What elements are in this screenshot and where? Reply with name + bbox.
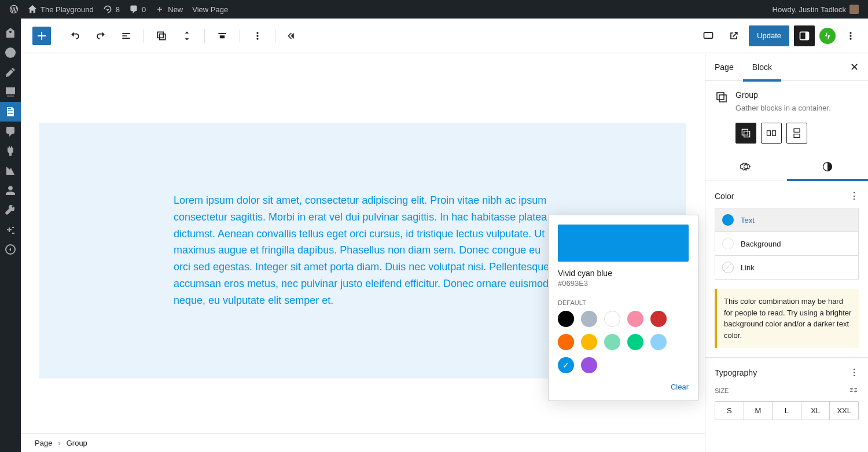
admin-bar: The Playground 8 0 New View Page Howdy, … bbox=[0, 0, 868, 19]
home-icon bbox=[28, 5, 37, 14]
plus-icon bbox=[155, 5, 164, 14]
comments-count: 0 bbox=[142, 5, 146, 14]
howdy-link[interactable]: Howdy, Justin Tadlock bbox=[768, 0, 863, 19]
site-name-link[interactable]: The Playground bbox=[23, 0, 98, 19]
site-name: The Playground bbox=[41, 5, 94, 14]
wp-logo[interactable] bbox=[5, 0, 23, 19]
refresh-icon bbox=[103, 5, 112, 14]
view-page-link[interactable]: View Page bbox=[187, 0, 233, 19]
comments-link[interactable]: 0 bbox=[124, 0, 150, 19]
comment-icon bbox=[129, 5, 138, 14]
new-label: New bbox=[168, 5, 183, 14]
howdy-text: Howdy, Justin Tadlock bbox=[773, 5, 846, 14]
avatar bbox=[849, 5, 859, 14]
view-page-label: View Page bbox=[192, 5, 228, 14]
updates-link[interactable]: 8 bbox=[98, 0, 124, 19]
new-link[interactable]: New bbox=[150, 0, 187, 19]
updates-count: 8 bbox=[116, 5, 120, 14]
